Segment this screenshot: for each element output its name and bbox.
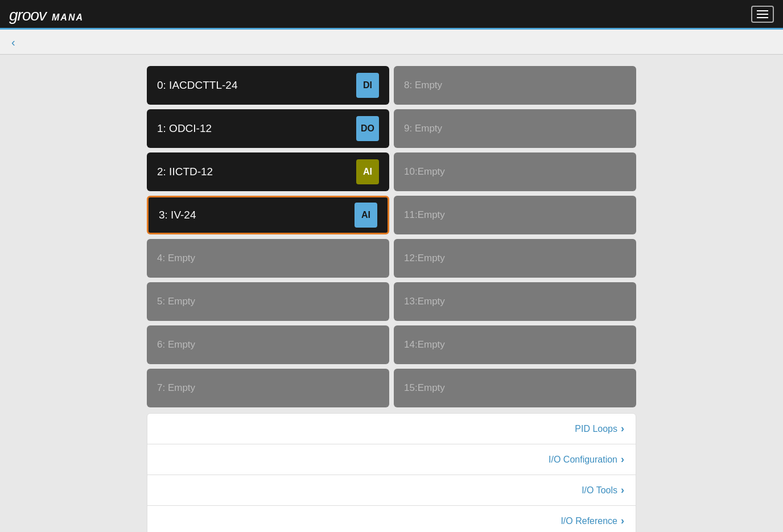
module-label: 14:Empty [404,339,445,350]
bottom-links: PID Loops › I/O Configuration › I/O Tool… [147,413,636,532]
module-label: 12:Empty [404,253,445,264]
module-slot-3[interactable]: 3: IV-24 AI [147,196,389,234]
module-name: 3: IV-24 [159,209,349,221]
module-slot-14[interactable]: 14:Empty [394,325,636,364]
hamburger-button[interactable] [751,6,774,23]
svg-text:groov: groov [9,6,48,24]
module-tag: AI [355,203,377,228]
pid-loops-link[interactable]: PID Loops › [147,414,636,444]
module-tag: AI [356,159,379,184]
io-configuration-label: I/O Configuration [549,455,617,465]
main-content: 0: IACDCTTL-24 DI 8: Empty 1: ODCI-12 DO… [0,55,783,532]
chevron-right-icon: › [621,515,624,527]
io-reference-link[interactable]: I/O Reference › [147,506,636,532]
module-slot-13[interactable]: 13:Empty [394,282,636,321]
modules-grid: 0: IACDCTTL-24 DI 8: Empty 1: ODCI-12 DO… [147,66,636,407]
module-label: 5: Empty [157,296,195,307]
chevron-right-icon: › [621,484,624,496]
pid-loops-label: PID Loops [575,424,617,434]
module-slot-content: 2: IICTD-12 AI [157,159,379,184]
io-configuration-link[interactable]: I/O Configuration › [147,444,636,475]
nav-bar [0,30,783,55]
module-slot-0[interactable]: 0: IACDCTTL-24 DI [147,66,389,105]
module-slot-content: 0: IACDCTTL-24 DI [157,73,379,98]
module-name: 1: ODCI-12 [157,122,351,135]
module-label: 11:Empty [404,209,445,221]
hamburger-line-2 [757,14,768,15]
module-tag: DI [356,73,379,98]
module-label: 7: Empty [157,382,195,394]
module-slot-5[interactable]: 5: Empty [147,282,389,321]
module-name: 0: IACDCTTL-24 [157,79,351,92]
module-label: 9: Empty [404,123,442,134]
module-slot-content: 3: IV-24 AI [159,203,377,228]
logo-groov: groov MANAGE [9,5,83,24]
io-tools-link[interactable]: I/O Tools › [147,475,636,506]
chevron-right-icon: › [621,453,624,465]
module-label: 10:Empty [404,166,445,178]
module-tag: DO [356,116,379,141]
module-slot-1[interactable]: 1: ODCI-12 DO [147,109,389,148]
svg-text:MANAGE: MANAGE [52,13,83,22]
module-name: 2: IICTD-12 [157,166,351,178]
module-label: 13:Empty [404,296,445,307]
app-header: groov MANAGE [0,0,783,30]
module-slot-10[interactable]: 10:Empty [394,152,636,191]
module-slot-9[interactable]: 9: Empty [394,109,636,148]
io-tools-label: I/O Tools [582,485,617,496]
io-reference-label: I/O Reference [561,516,617,526]
module-label: 4: Empty [157,253,195,264]
home-link[interactable] [11,36,15,48]
hamburger-line-1 [757,10,768,11]
module-label: 15:Empty [404,382,445,394]
module-slot-6[interactable]: 6: Empty [147,325,389,364]
hamburger-line-3 [757,17,768,18]
module-slot-12[interactable]: 12:Empty [394,239,636,278]
module-slot-8[interactable]: 8: Empty [394,66,636,105]
module-label: 8: Empty [404,80,442,91]
module-slot-content: 1: ODCI-12 DO [157,116,379,141]
logo: groov MANAGE [9,5,83,24]
module-slot-15[interactable]: 15:Empty [394,369,636,407]
module-slot-4[interactable]: 4: Empty [147,239,389,278]
module-label: 6: Empty [157,339,195,350]
module-slot-7[interactable]: 7: Empty [147,369,389,407]
module-slot-2[interactable]: 2: IICTD-12 AI [147,152,389,191]
chevron-right-icon: › [621,423,624,435]
module-slot-11[interactable]: 11:Empty [394,196,636,234]
